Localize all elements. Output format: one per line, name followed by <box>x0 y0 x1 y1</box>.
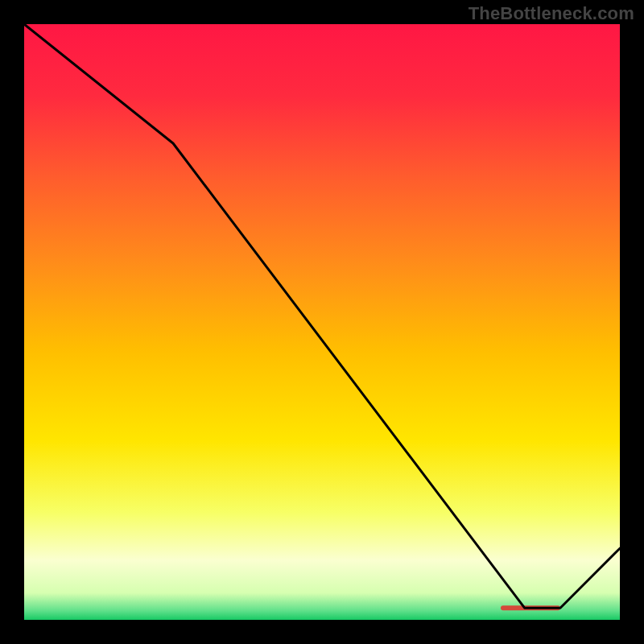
chart-frame: TheBottleneck.com <box>0 0 644 644</box>
gradient-background <box>24 24 620 620</box>
chart-svg <box>24 24 620 620</box>
watermark-text: TheBottleneck.com <box>469 3 634 24</box>
plot-container <box>24 24 620 620</box>
